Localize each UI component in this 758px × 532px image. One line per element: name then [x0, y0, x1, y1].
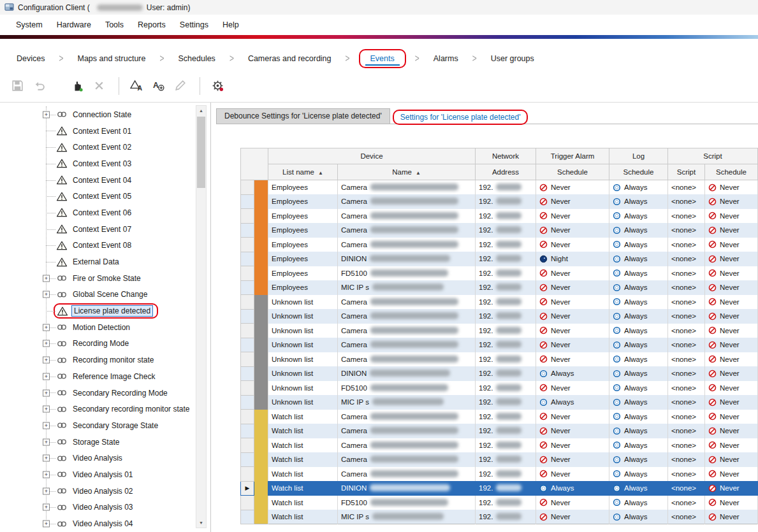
- script-schedule-cell[interactable]: Never: [705, 510, 758, 524]
- expand-icon[interactable]: +: [43, 438, 50, 445]
- tree-item-license-plate-detected[interactable]: License plate detected: [0, 303, 210, 319]
- script-cell[interactable]: <none>: [668, 180, 705, 195]
- expand-icon[interactable]: +: [43, 406, 50, 413]
- script-schedule-cell[interactable]: Never: [705, 352, 758, 367]
- script-cell[interactable]: <none>: [668, 309, 705, 324]
- trigger-alarm-schedule-cell[interactable]: Never: [536, 467, 609, 482]
- expand-icon[interactable]: +: [43, 291, 50, 298]
- expand-icon[interactable]: +: [43, 357, 50, 364]
- script-cell[interactable]: <none>: [668, 280, 705, 295]
- log-schedule-cell[interactable]: Always: [609, 295, 668, 310]
- trigger-alarm-schedule-cell[interactable]: Never: [536, 424, 609, 438]
- trigger-alarm-schedule-cell[interactable]: Never: [536, 338, 609, 352]
- script-cell[interactable]: <none>: [668, 496, 705, 510]
- tree-item-context-event-06[interactable]: Context Event 06: [0, 205, 210, 221]
- trigger-alarm-schedule-cell[interactable]: Never: [536, 438, 609, 453]
- tree-item-secondary-recording-monitor-state[interactable]: +Secondary recording monitor state: [0, 401, 210, 417]
- log-schedule-cell[interactable]: Always: [609, 510, 668, 524]
- table-row[interactable]: EmployeesMIC IP s192.NeverAlways<none>Ne…: [241, 280, 758, 295]
- script-cell[interactable]: <none>: [668, 366, 705, 381]
- table-row[interactable]: Unknown listMIC IP s192.AlwaysAlways<non…: [241, 395, 758, 410]
- script-schedule-cell[interactable]: Never: [705, 496, 758, 510]
- log-schedule-cell[interactable]: Always: [609, 481, 668, 496]
- nav-tab-cameras-and-recording[interactable]: Cameras and recording: [243, 52, 337, 66]
- tree-item-secondary-storage-state[interactable]: +Secondary Storage State: [0, 417, 210, 434]
- script-cell[interactable]: <none>: [668, 295, 705, 310]
- script-schedule-cell[interactable]: Never: [705, 180, 758, 195]
- table-row[interactable]: Unknown listCamera192.NeverAlways<none>N…: [241, 309, 758, 324]
- table-row[interactable]: EmployeesCamera192.NeverAlways<none>Neve…: [241, 209, 758, 224]
- nav-tab-schedules[interactable]: Schedules: [173, 52, 221, 66]
- tree-item-video-analysis[interactable]: +Video Analysis: [0, 450, 210, 466]
- expand-icon[interactable]: +: [43, 389, 50, 396]
- log-schedule-cell[interactable]: Always: [609, 194, 668, 209]
- log-schedule-cell[interactable]: Always: [609, 338, 668, 352]
- tree-item-context-event-05[interactable]: Context Event 05: [0, 188, 210, 205]
- nav-tab-maps-and-structure[interactable]: Maps and structure: [72, 52, 150, 66]
- menu-item-reports[interactable]: Reports: [131, 17, 173, 33]
- tree-item-global-scene-change[interactable]: +Global Scene Change: [0, 287, 210, 303]
- table-row[interactable]: EmployeesCamera192.NeverAlways<none>Neve…: [241, 180, 758, 195]
- tree-item-context-event-08[interactable]: Context Event 08: [0, 238, 210, 254]
- script-schedule-cell[interactable]: Never: [705, 194, 758, 209]
- trigger-alarm-schedule-cell[interactable]: Never: [536, 496, 609, 510]
- trigger-alarm-schedule-cell[interactable]: Never: [536, 309, 609, 324]
- expand-icon[interactable]: +: [43, 422, 50, 429]
- tree-item-video-analysis-01[interactable]: +Video Analysis 01: [0, 466, 210, 483]
- column-header-name-1[interactable]: Name▲: [338, 164, 476, 180]
- script-cell[interactable]: <none>: [668, 194, 705, 209]
- tree-item-video-analysis-02[interactable]: +Video Analysis 02: [0, 483, 210, 500]
- script-schedule-cell[interactable]: Never: [705, 381, 758, 396]
- table-row[interactable]: Watch listFD5100192.NeverAlways<none>Nev…: [241, 496, 758, 510]
- script-schedule-cell[interactable]: Never: [705, 395, 758, 410]
- script-schedule-cell[interactable]: Never: [705, 324, 758, 338]
- log-schedule-cell[interactable]: Always: [609, 381, 668, 396]
- tree-item-video-analysis-04[interactable]: +Video Analysis 04: [0, 515, 210, 532]
- trigger-alarm-schedule-cell[interactable]: Night: [536, 252, 609, 266]
- script-schedule-cell[interactable]: Never: [705, 223, 758, 238]
- trigger-alarm-schedule-cell[interactable]: Always: [536, 481, 609, 496]
- trigger-alarm-schedule-cell[interactable]: Always: [536, 366, 609, 381]
- scroll-up-icon[interactable]: ▲: [196, 106, 206, 115]
- trigger-alarm-schedule-cell[interactable]: Never: [536, 223, 609, 238]
- tree-item-recording-monitor-state[interactable]: +Recording monitor state: [0, 352, 210, 368]
- trigger-alarm-schedule-cell[interactable]: Never: [536, 209, 609, 224]
- table-row[interactable]: Watch listCamera192.NeverAlways<none>Nev…: [241, 467, 758, 482]
- script-schedule-cell[interactable]: Never: [705, 309, 758, 324]
- table-row[interactable]: EmployeesFD5100192.NeverAlways<none>Neve…: [241, 266, 758, 281]
- log-schedule-cell[interactable]: Always: [609, 452, 668, 467]
- trigger-alarm-schedule-cell[interactable]: Never: [536, 266, 609, 281]
- column-header-schedule-3[interactable]: Schedule: [536, 164, 609, 180]
- log-schedule-cell[interactable]: Always: [609, 252, 668, 266]
- tree-item-context-event-03[interactable]: Context Event 03: [0, 155, 210, 172]
- tree-item-fire-or-smoke-state[interactable]: +Fire or Smoke State: [0, 270, 210, 287]
- script-cell[interactable]: <none>: [668, 324, 705, 338]
- column-header-schedule-6[interactable]: Schedule: [705, 164, 758, 180]
- table-row[interactable]: ▶Watch listDINION192.AlwaysAlways<none>N…: [241, 481, 758, 496]
- expand-icon[interactable]: +: [43, 521, 50, 528]
- table-row[interactable]: Unknown listDINION192.AlwaysAlways<none>…: [241, 366, 758, 381]
- tree-item-storage-state[interactable]: +Storage State: [0, 434, 210, 450]
- log-schedule-cell[interactable]: Always: [609, 309, 668, 324]
- script-cell[interactable]: <none>: [668, 424, 705, 438]
- script-schedule-cell[interactable]: Never: [705, 295, 758, 310]
- table-row[interactable]: Watch listCamera192.NeverAlways<none>Nev…: [241, 452, 758, 467]
- script-cell[interactable]: <none>: [668, 266, 705, 281]
- validate-button[interactable]: A: [127, 76, 146, 96]
- script-cell[interactable]: <none>: [668, 410, 705, 424]
- trigger-alarm-schedule-cell[interactable]: Never: [536, 381, 609, 396]
- table-row[interactable]: EmployeesCamera192.NeverAlways<none>Neve…: [241, 238, 758, 252]
- log-schedule-cell[interactable]: Always: [609, 496, 668, 510]
- menu-item-help[interactable]: Help: [215, 17, 246, 33]
- table-row[interactable]: Unknown listCamera192.NeverAlways<none>N…: [241, 352, 758, 367]
- trigger-alarm-schedule-cell[interactable]: Never: [536, 238, 609, 252]
- column-header-script-5[interactable]: Script: [668, 164, 705, 180]
- tree-scrollbar[interactable]: ▲ ▼: [196, 105, 207, 528]
- tree-item-context-event-07[interactable]: Context Event 07: [0, 221, 210, 238]
- column-header-schedule-4[interactable]: Schedule: [609, 164, 668, 180]
- tree-item-connection-state[interactable]: +Connection State: [0, 106, 210, 123]
- expand-icon[interactable]: +: [43, 324, 50, 331]
- trigger-alarm-schedule-cell[interactable]: Never: [536, 510, 609, 524]
- script-schedule-cell[interactable]: Never: [705, 438, 758, 453]
- table-row[interactable]: Watch listCamera192.NeverAlways<none>Nev…: [241, 424, 758, 438]
